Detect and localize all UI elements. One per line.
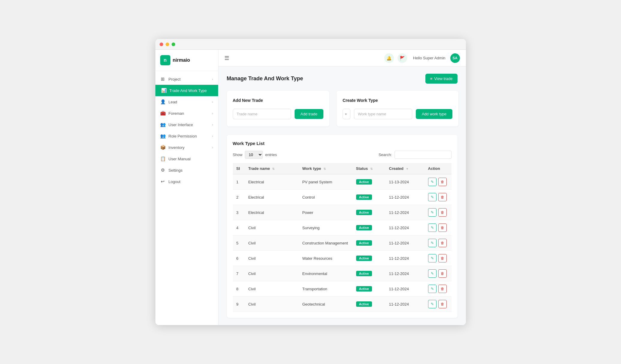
col-header-action: Action [424,163,452,174]
cell-action: ✎ 🗑 [424,297,452,312]
main-content: ☰ 🔔 🚩 Hello Super Admin SA Manage Trade … [218,50,466,325]
add-trade-button[interactable]: Add trade [295,109,323,119]
col-header-status[interactable]: Status ⇅ [352,163,386,174]
table-row: 3 Electrical Power Active 11-12-2024 ✎ 🗑 [233,205,452,220]
cell-trade: Civil [245,297,299,312]
cell-worktype: PV panel System [299,174,352,190]
cell-worktype: Water Resources [299,251,352,266]
cell-created: 11-12-2024 [386,251,424,266]
work-type-table: SI Trade name ⇅ Work type ⇅ Status ⇅ Cre… [233,163,452,312]
action-buttons: ✎ 🗑 [428,208,448,217]
sidebar-item-role-permission[interactable]: 👥 Role Permission › [155,130,218,142]
maximize-button[interactable] [172,43,175,46]
edit-button[interactable]: ✎ [428,269,436,278]
cell-status: Active [352,297,386,312]
edit-button[interactable]: ✎ [428,239,436,247]
list-icon: ≡ [430,76,433,81]
close-button[interactable] [160,43,163,46]
table-body: 1 Electrical PV panel System Active 11-1… [233,174,452,312]
cell-created: 11-12-2024 [386,281,424,297]
chevron-icon: › [212,146,213,149]
cell-status: Active [352,174,386,190]
add-work-type-button[interactable]: Add work type [416,109,452,119]
table-row: 8 Civil Transportation Active 11-12-2024… [233,281,452,297]
brand-name: nirmaio [173,58,190,63]
cell-created: 11-13-2024 [386,174,424,190]
sidebar-item-user-manual[interactable]: 📋 User Manual [155,153,218,164]
edit-button[interactable]: ✎ [428,208,436,217]
delete-button[interactable]: 🗑 [438,285,447,293]
view-trade-button[interactable]: ≡ View trade [425,74,458,84]
search-label: Search: [379,152,392,157]
sidebar-item-label: Project [169,77,181,81]
sidebar-item-label: User Manual [169,157,191,161]
sort-icon: ⇅ [272,167,274,170]
delete-button[interactable]: 🗑 [438,300,447,308]
col-header-trade[interactable]: Trade name ⇅ [245,163,299,174]
delete-button[interactable]: 🗑 [438,254,447,262]
avatar[interactable]: SA [450,53,460,63]
cell-si: 1 [233,174,245,190]
edit-button[interactable]: ✎ [428,285,436,293]
col-header-created[interactable]: Created ▼ [386,163,424,174]
nav-menu: ⊞ Project › 📊 Trade And Work Type 👤 Lead… [155,71,218,325]
user-interface-icon: 👥 [160,122,166,127]
edit-button[interactable]: ✎ [428,254,436,262]
flag-icon: 🚩 [400,56,405,61]
delete-button[interactable]: 🗑 [438,223,447,232]
cell-trade: Electrical [245,190,299,205]
create-work-type-card: Create Work Type Select trade Electrical… [337,91,458,126]
add-trade-card: Add New Trade Add trade [227,91,329,126]
chevron-icon: › [212,123,213,126]
forms-row: Add New Trade Add trade Create Work Type [227,91,458,126]
delete-button[interactable]: 🗑 [438,239,447,247]
trade-icon: 📊 [161,88,166,93]
delete-button[interactable]: 🗑 [438,193,447,201]
flag-button[interactable]: 🚩 [398,53,407,63]
minimize-button[interactable] [166,43,169,46]
logo-icon: n [160,55,170,65]
table-search-input[interactable] [394,151,452,159]
sidebar-item-settings[interactable]: ⚙ Settings [155,164,218,176]
sidebar-item-user-interface[interactable]: 👥 User Interface › [155,119,218,130]
trade-name-input[interactable] [233,109,291,119]
chevron-icon: › [212,77,213,81]
sidebar-item-lead[interactable]: 👤 Lead › [155,96,218,108]
page-content: Manage Trade And Work Type ≡ View trade … [218,67,466,325]
cell-si: 2 [233,190,245,205]
delete-button[interactable]: 🗑 [438,178,447,186]
sidebar-item-logout[interactable]: ↩ Logout [155,176,218,187]
cell-status: Active [352,281,386,297]
cell-action: ✎ 🗑 [424,205,452,220]
cell-created: 11-12-2024 [386,205,424,220]
logout-icon: ↩ [160,179,166,184]
col-header-worktype[interactable]: Work type ⇅ [299,163,352,174]
work-type-name-input[interactable] [354,109,412,119]
work-type-list-title: Work Type List [233,141,452,146]
cell-action: ✎ 🗑 [424,235,452,251]
cell-action: ✎ 🗑 [424,251,452,266]
delete-button[interactable]: 🗑 [438,208,447,217]
cell-status: Active [352,190,386,205]
cell-trade: Electrical [245,205,299,220]
lead-icon: 👤 [160,99,166,105]
edit-button[interactable]: ✎ [428,223,436,232]
hamburger-button[interactable]: ☰ [224,55,229,61]
sidebar-item-foreman[interactable]: 🧰 Foreman › [155,108,218,119]
edit-button[interactable]: ✎ [428,193,436,201]
edit-button[interactable]: ✎ [428,300,436,308]
sidebar-item-trade-work-type[interactable]: 📊 Trade And Work Type [155,85,218,96]
sidebar-item-project[interactable]: ⊞ Project › [155,73,218,85]
delete-button[interactable]: 🗑 [438,269,447,278]
cell-trade: Civil [245,235,299,251]
action-buttons: ✎ 🗑 [428,269,448,278]
work-type-list-section: Work Type List Show 10 25 50 100 entries [227,135,458,318]
entries-select[interactable]: 10 25 50 100 [245,151,263,159]
edit-button[interactable]: ✎ [428,178,436,186]
add-trade-title: Add New Trade [233,98,323,103]
sidebar-item-inventory[interactable]: 📦 Inventory › [155,142,218,153]
select-trade-dropdown[interactable]: Select trade Electrical Civil [343,109,350,119]
foreman-icon: 🧰 [160,111,166,116]
table-row: 1 Electrical PV panel System Active 11-1… [233,174,452,190]
notifications-button[interactable]: 🔔 [384,53,394,63]
